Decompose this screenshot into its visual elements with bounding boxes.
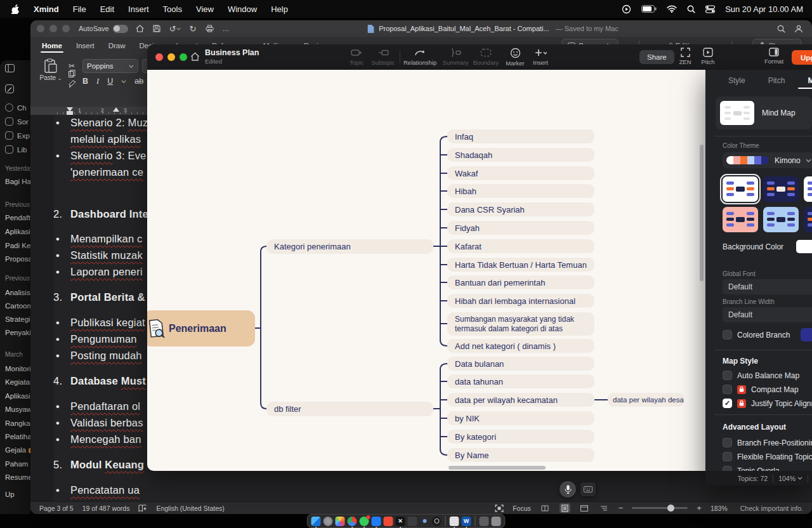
sidebar-chat-item[interactable]: Proposa (5, 255, 30, 263)
option-branch-free-positioning[interactable]: Branch Free-Positioning (723, 438, 812, 447)
paste-button[interactable]: Paste ⌄ (38, 58, 63, 81)
menu-item-edit[interactable]: Edit (100, 4, 114, 14)
maximize-button[interactable] (180, 53, 187, 61)
indent-marker-hanging[interactable] (113, 107, 119, 112)
dock-dark-folder-icon[interactable] (408, 517, 417, 526)
option-flexible-floating-topic[interactable]: Flexible Floating Topic (723, 452, 812, 461)
apple-menu-icon[interactable] (11, 4, 20, 14)
save-icon[interactable] (153, 25, 160, 32)
child-topic[interactable]: Dana CSR Syariah (447, 202, 594, 216)
wifi-icon[interactable] (667, 5, 677, 13)
focus-icon[interactable] (495, 505, 504, 512)
child-topic[interactable]: Sumbangan masyarakat yang tidak termasuk… (447, 312, 594, 336)
child-topic[interactable]: Harta Tidak Bertuan / Harta Temuan (447, 258, 594, 272)
sidebar-chat-item[interactable]: Monitori (5, 365, 30, 373)
vertical-scrollbar[interactable] (700, 145, 704, 281)
menu-app-name[interactable]: Xmind (34, 4, 59, 14)
sidebar-chat-item[interactable]: Aplikasi (5, 228, 30, 235)
horizontal-scrollbar[interactable] (449, 466, 546, 470)
dictation-keyboard-button[interactable] (580, 482, 596, 496)
checkbox-unchecked[interactable] (723, 385, 732, 394)
focus-label[interactable]: Focus (513, 505, 531, 512)
ribbon-tab-insert[interactable]: Insert (76, 38, 95, 53)
minimize-button[interactable] (167, 53, 175, 61)
branch-topic[interactable]: Kategori penerimaan (266, 239, 433, 254)
menu-item-window[interactable]: Window (228, 4, 257, 14)
child-topic[interactable]: Hibah dari lembaga internasional (447, 294, 594, 308)
structure-row[interactable]: Mind Map (716, 96, 812, 129)
control-center-icon[interactable] (705, 5, 715, 13)
tool-insert-button[interactable]: Insert (524, 48, 557, 66)
status-words[interactable]: 19 of 487 words (82, 505, 130, 512)
menu-item-help[interactable]: Help (271, 4, 288, 14)
colored-branch-row[interactable]: Colored Branch (723, 330, 790, 340)
close-button[interactable] (155, 53, 163, 61)
pitch-button[interactable]: Pitch (691, 48, 724, 65)
child-topic[interactable]: Fidyah (447, 221, 594, 235)
search-icon[interactable] (777, 25, 785, 33)
child-topic[interactable]: Add net kategori ( dinamis ) (447, 339, 594, 353)
dock-app-store-icon[interactable] (372, 517, 381, 526)
zoom-percentage[interactable]: 183% (710, 505, 728, 512)
copy-icon[interactable] (69, 70, 75, 77)
menu-item-tools[interactable]: Tools (163, 4, 182, 14)
branch-topic[interactable]: db filter (266, 402, 433, 416)
new-chat-icon[interactable] (5, 84, 14, 93)
print-icon[interactable] (206, 25, 214, 32)
sidebar-nav-item[interactable]: Exp (5, 131, 30, 140)
child-topic[interactable]: data tahunan (447, 374, 594, 388)
xmind-traffic-lights[interactable] (155, 53, 187, 61)
panel-tab-map[interactable]: Map (808, 76, 812, 85)
sidebar-nav-item[interactable]: Sor (5, 117, 29, 126)
zoom-slider[interactable] (632, 507, 688, 509)
dock-red-app-icon[interactable] (384, 517, 393, 526)
colored-branch-checkbox[interactable] (723, 330, 732, 340)
upgrade-button[interactable]: Upgrade (792, 50, 812, 65)
colored-branch-swatch[interactable] (801, 328, 812, 341)
sidebar-chat-item[interactable]: Penyakit (5, 329, 30, 336)
sidebar-chat-item[interactable]: Cartoon (5, 302, 30, 310)
theme-thumbnail[interactable] (763, 176, 799, 202)
italic-button[interactable]: I (96, 77, 99, 86)
home-icon[interactable] (136, 25, 144, 32)
branch-width-select[interactable]: Default (723, 307, 812, 322)
theme-select[interactable]: Kimono (723, 152, 812, 168)
theme-thumbnail[interactable] (804, 176, 812, 202)
canvas-zoom-select[interactable]: 104% (778, 475, 802, 482)
spotlight-icon[interactable] (687, 5, 695, 13)
sidebar-nav-item[interactable]: Lib (5, 145, 27, 154)
redo-icon[interactable]: ↻ (190, 24, 197, 34)
dock-trash-icon[interactable] (492, 517, 501, 526)
child-topic[interactable]: Bantuan dari pemerintah (447, 275, 594, 289)
theme-thumbnail[interactable] (763, 207, 799, 232)
grandchild-topic[interactable]: data per wilayah desa (608, 393, 684, 407)
view-print-layout[interactable] (560, 503, 570, 513)
dictation-mic-button[interactable] (560, 481, 576, 498)
word-traffic-lights[interactable] (37, 25, 75, 32)
view-web-layout[interactable] (579, 503, 590, 513)
dock-whatsapp-icon[interactable] (360, 517, 369, 526)
child-topic[interactable]: Hibah (447, 184, 594, 198)
sidebar-chat-item[interactable]: Pendafta (5, 214, 30, 221)
underline-menu-chevron[interactable] (121, 80, 126, 83)
xmind-home-icon[interactable] (190, 52, 200, 62)
sidebar-chat-item[interactable]: Kegiatan (5, 378, 30, 386)
dock-textedit-icon[interactable] (450, 517, 459, 526)
undo-icon[interactable]: ↺ (169, 24, 181, 34)
panel-tab-pitch[interactable]: Pitch (768, 76, 785, 85)
sidebar-chat-item[interactable]: Strategi (5, 315, 30, 323)
underline-button[interactable]: U (107, 77, 113, 86)
dock-chrome-icon[interactable] (348, 517, 357, 526)
share-person-icon[interactable] (794, 25, 803, 33)
sidebar-toggle-icon[interactable] (5, 64, 15, 72)
sidebar-chat-item[interactable]: Analisis (5, 289, 30, 296)
theme-thumbnail[interactable] (723, 176, 758, 202)
child-topic[interactable]: Data bulanan (447, 357, 594, 371)
theme-thumbnail[interactable] (723, 207, 758, 232)
background-color-swatch[interactable] (796, 240, 812, 253)
ribbon-tab-draw[interactable]: Draw (108, 38, 126, 53)
child-topic[interactable]: Shadaqah (447, 148, 594, 162)
menu-clock[interactable]: Sun 20 Apr 10.00 AM (725, 4, 803, 14)
sidebar-chat-item[interactable]: Bagi Has (5, 178, 30, 185)
checkbox-unchecked[interactable] (723, 438, 732, 447)
